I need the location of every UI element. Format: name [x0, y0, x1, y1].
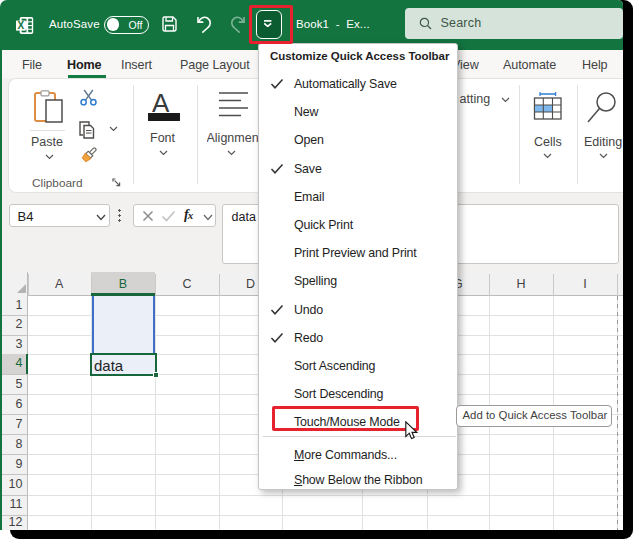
svg-text:X: X — [17, 20, 24, 31]
